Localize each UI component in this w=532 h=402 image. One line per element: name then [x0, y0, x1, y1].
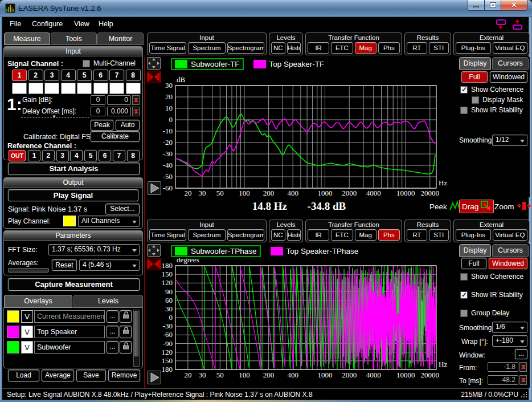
ir-window-icon[interactable]: [147, 258, 161, 270]
zoom-mode-button[interactable]: Zoom: [492, 200, 532, 213]
title-bar[interactable]: EASERA SysTune v1.2.6 ✕: [0, 0, 532, 17]
tab-spectrum[interactable]: Spectrum: [188, 42, 225, 54]
signal-channel-3[interactable]: 3: [44, 70, 59, 81]
tab-ir[interactable]: IR: [308, 229, 329, 241]
tab-spectrum[interactable]: Spectrum: [188, 229, 225, 241]
tab-nc[interactable]: NC: [271, 229, 285, 241]
wrap-dropdown[interactable]: +-180: [492, 335, 527, 347]
menu-help[interactable]: Help: [99, 20, 113, 28]
tab-cursors-top[interactable]: Cursors: [492, 57, 529, 70]
tab-histo[interactable]: Histo: [287, 42, 301, 54]
full-button-top[interactable]: Full: [461, 71, 488, 83]
delay-spinner[interactable]: [132, 107, 140, 116]
overlay-name-field[interactable]: Subwoofer: [34, 341, 105, 354]
tab-time-signal[interactable]: Time Signal: [149, 229, 186, 241]
reference-channel-1[interactable]: 1: [28, 150, 40, 161]
tab-rt[interactable]: RT: [407, 42, 427, 54]
remove-overlay-button[interactable]: Remove: [108, 369, 140, 381]
tab-cursors-bottom[interactable]: Cursors: [492, 244, 529, 257]
legend-item-subwoofer-tf[interactable]: Subwoofer-TF: [171, 58, 244, 70]
signal-channel-2[interactable]: 2: [28, 70, 43, 81]
overlay-name-field[interactable]: Top Speaker: [34, 326, 105, 338]
tab-phs[interactable]: Phs: [378, 229, 400, 241]
tab-virtual-eq[interactable]: Virtual EQ: [493, 42, 528, 54]
reference-channel-8[interactable]: 8: [127, 150, 140, 161]
tab-spectrogram[interactable]: Spectrogram: [227, 42, 264, 54]
reference-channel-3[interactable]: 3: [56, 150, 69, 161]
from-field[interactable]: -1.8: [488, 362, 518, 372]
reference-channel-out[interactable]: OUT: [9, 150, 26, 161]
from-spinner[interactable]: [519, 362, 527, 372]
overlay-lock-icon[interactable]: [120, 326, 132, 338]
tab-etc[interactable]: ETC: [331, 42, 353, 54]
overlay-color-swatch[interactable]: [7, 341, 19, 354]
select-signal-button[interactable]: Select...: [105, 204, 140, 214]
start-analysis-button[interactable]: Start Analysis: [8, 163, 140, 175]
multi-channel-checkbox[interactable]: Multi-Channel: [83, 59, 136, 67]
overlay-name-field[interactable]: Current Measurement: [34, 310, 105, 323]
tab-virtual-eq[interactable]: Virtual EQ: [493, 229, 528, 241]
tab-time-signal[interactable]: Time Signal: [149, 42, 186, 54]
menu-file[interactable]: File: [10, 20, 21, 28]
tab-nc[interactable]: NC: [271, 42, 285, 54]
show-ir-stability-checkbox-top[interactable]: Show IR Stability: [460, 106, 523, 114]
tab-mag[interactable]: Mag: [355, 42, 377, 54]
play-cursor-button[interactable]: [148, 181, 161, 195]
pan-icon[interactable]: [147, 244, 161, 257]
overlay-scrollbar-thumb[interactable]: [134, 311, 138, 356]
play-cursor-button[interactable]: [148, 371, 161, 384]
windowed-button-bottom[interactable]: Windowed: [489, 258, 527, 269]
dock-up-icon[interactable]: [510, 19, 524, 33]
peak-button[interactable]: Peak: [91, 120, 113, 131]
tab-display-bottom[interactable]: Display: [459, 244, 491, 257]
resize-grip[interactable]: [521, 391, 527, 398]
overlay-options-button[interactable]: ...: [107, 310, 118, 323]
tab-overlays[interactable]: Overlays: [4, 295, 72, 307]
reference-channel-2[interactable]: 2: [42, 150, 55, 161]
auto-button[interactable]: Auto: [116, 120, 140, 131]
play-channel-dropdown[interactable]: All Channels: [78, 216, 140, 227]
tab-levels[interactable]: Levels: [73, 295, 143, 307]
tab-sti[interactable]: STI: [429, 42, 449, 54]
gain-value-field[interactable]: 0: [107, 95, 131, 105]
save-overlay-button[interactable]: Save: [76, 369, 106, 381]
menu-view[interactable]: View: [74, 20, 89, 28]
signal-channel-4[interactable]: 4: [61, 70, 76, 81]
magnitude-chart[interactable]: 3020100-10-20-30-40-50-60203050100200400…: [162, 73, 456, 200]
dock-down-icon[interactable]: [494, 19, 508, 33]
overlay-lock-icon[interactable]: [120, 310, 132, 323]
load-overlay-button[interactable]: Load: [8, 369, 39, 381]
reference-channel-4[interactable]: 4: [70, 150, 83, 161]
tab-sti[interactable]: STI: [429, 229, 449, 241]
ir-window-icon[interactable]: [147, 71, 161, 83]
window-dots-button[interactable]: ...: [515, 349, 527, 359]
overlay-color-swatch[interactable]: [7, 310, 19, 323]
signal-channel-7[interactable]: 7: [109, 70, 124, 81]
play-channel-color-swatch[interactable]: [63, 216, 76, 226]
gain-step-field[interactable]: 0: [91, 95, 105, 105]
phase-chart[interactable]: 1801501209060300-30-60-90-120-150-180203…: [162, 258, 456, 387]
legend-item-top-speaker-tf[interactable]: Top Speaker-TF: [249, 58, 329, 70]
drag-mode-button[interactable]: Drag: [459, 200, 494, 213]
display-mask-checkbox[interactable]: Display Mask: [472, 96, 523, 104]
to-spinner[interactable]: [519, 375, 527, 385]
legend-item-top-speaker-tphase[interactable]: Top Speaker-TPhase: [267, 245, 363, 257]
reference-channel-5[interactable]: 5: [84, 150, 97, 161]
signal-channel-5[interactable]: 5: [77, 70, 92, 81]
menu-configure[interactable]: Configure: [32, 20, 63, 28]
signal-channel-6[interactable]: 6: [93, 70, 108, 81]
smoothing-dropdown-top[interactable]: 1/12: [492, 135, 527, 146]
averages-dropdown[interactable]: 4 (5.46 s): [79, 259, 140, 271]
overlay-visible-checkbox[interactable]: V: [21, 326, 33, 338]
overlay-visible-checkbox[interactable]: V: [21, 310, 33, 323]
show-ir-stability-checkbox-bottom[interactable]: Show IR Stability: [460, 291, 523, 299]
show-coherence-checkbox-bottom[interactable]: Show Coherence: [460, 273, 523, 281]
fft-size-dropdown[interactable]: 1.37 s; 65536; 0.73 Hz: [48, 244, 140, 255]
reference-channel-7[interactable]: 7: [113, 150, 125, 161]
overlay-options-button[interactable]: ...: [107, 326, 118, 338]
tab-plug-ins[interactable]: Plug-Ins: [456, 229, 491, 241]
tab-etc[interactable]: ETC: [331, 229, 353, 241]
delay-value-field[interactable]: 0.000: [107, 107, 131, 116]
tab-rt[interactable]: RT: [407, 229, 427, 241]
smoothing-dropdown-bottom[interactable]: 1/6: [492, 322, 527, 333]
